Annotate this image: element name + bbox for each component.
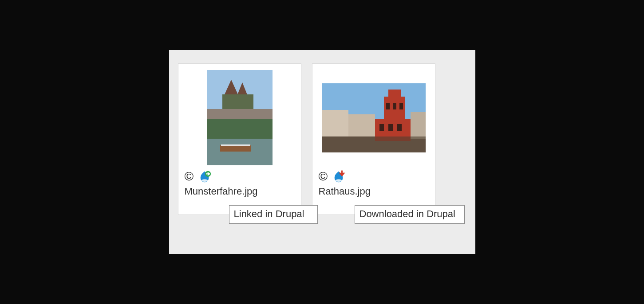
svg-rect-16 — [388, 90, 401, 98]
thumbnail-container — [185, 70, 295, 165]
svg-rect-21 — [399, 103, 403, 109]
svg-rect-22 — [379, 124, 384, 131]
svg-point-26 — [336, 179, 342, 182]
drupal-linked-icon — [198, 170, 211, 183]
thumbnail-image[interactable] — [207, 70, 273, 165]
meta-row: © — [185, 170, 295, 183]
svg-rect-23 — [388, 124, 393, 131]
meta-row: © — [319, 170, 429, 183]
svg-rect-25 — [322, 136, 426, 152]
svg-rect-18 — [411, 112, 426, 139]
asset-card[interactable]: © Rathaus.jpg — [312, 63, 435, 215]
svg-rect-5 — [222, 94, 253, 109]
svg-rect-14 — [322, 110, 348, 136]
svg-rect-20 — [393, 103, 396, 109]
asset-panel: © Munsterfahre.jpg — [169, 50, 475, 254]
copyright-icon: © — [319, 170, 328, 183]
thumbnail-image[interactable] — [322, 83, 426, 152]
svg-rect-8 — [221, 144, 250, 146]
svg-rect-7 — [220, 145, 251, 152]
svg-rect-24 — [397, 124, 402, 131]
asset-card[interactable]: © Munsterfahre.jpg — [178, 63, 301, 215]
tooltip-downloaded: Downloaded in Drupal — [355, 205, 465, 224]
filename-label: Rathaus.jpg — [319, 186, 429, 197]
drupal-downloaded-icon — [332, 170, 345, 183]
svg-rect-6 — [207, 109, 273, 119]
copyright-icon: © — [185, 170, 194, 183]
svg-rect-19 — [386, 103, 390, 109]
svg-point-9 — [201, 179, 208, 182]
thumbnail-container — [319, 70, 429, 165]
filename-label: Munsterfahre.jpg — [185, 186, 295, 197]
tooltip-linked: Linked in Drupal — [229, 205, 318, 224]
svg-rect-2 — [207, 139, 273, 165]
